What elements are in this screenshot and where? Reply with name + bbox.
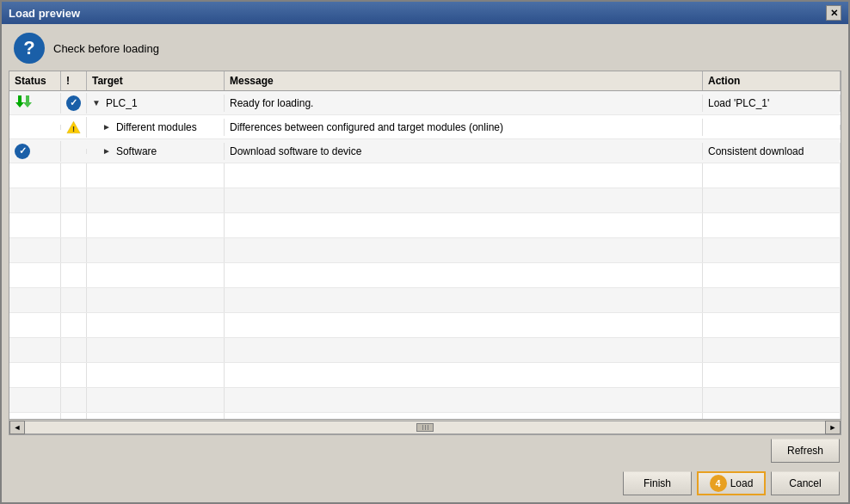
col-action: Action <box>703 71 841 90</box>
empty-row <box>9 313 841 338</box>
svg-text:!: ! <box>72 125 75 133</box>
empty-row <box>9 413 841 419</box>
status-cell-3: ✓ <box>9 141 61 162</box>
action-cell-3: Consistent download <box>703 143 841 160</box>
target-cell-3: ► Software <box>87 143 225 160</box>
table-row: ✓ ► Software Download software to device… <box>9 139 841 163</box>
horizontal-scrollbar[interactable]: ◄ ► <box>9 420 841 435</box>
table-row: ✓ ▼ PLC_1 Ready for loading. Load 'PLC_1… <box>9 91 841 115</box>
expand-arrow-3[interactable]: ► <box>102 146 111 156</box>
flag-cell-1: ✓ <box>61 93 87 114</box>
target-name-2: Different modules <box>116 121 197 133</box>
empty-row <box>9 263 841 288</box>
finish-button[interactable]: Finish <box>623 471 692 495</box>
svg-marker-0 <box>15 95 24 108</box>
action-cell-1: Load 'PLC_1' <box>703 95 841 112</box>
status-cell-1 <box>9 93 61 114</box>
target-name-1: PLC_1 <box>106 97 138 109</box>
flag-cell-3 <box>61 149 87 154</box>
col-flag: ! <box>61 71 87 90</box>
cancel-button[interactable]: Cancel <box>771 471 840 495</box>
table-header: Status ! Target Message Action <box>9 71 841 91</box>
message-cell-2: Differences between configured and targe… <box>225 119 703 136</box>
empty-row <box>9 388 841 413</box>
scroll-track[interactable] <box>25 421 825 434</box>
status-cell-2 <box>9 125 61 130</box>
table-row: ! ► Different modules Differences betwee… <box>9 115 841 139</box>
bottom-bar: Finish 4 Load Cancel <box>2 464 848 502</box>
target-name-3: Software <box>116 145 157 157</box>
scroll-thumb[interactable] <box>416 423 434 432</box>
empty-row <box>9 213 841 238</box>
empty-row <box>9 363 841 388</box>
header-text: Check before loading <box>53 42 159 55</box>
col-status: Status <box>9 71 61 90</box>
empty-row <box>9 288 841 313</box>
download-icon <box>15 95 34 111</box>
warning-icon: ! <box>66 120 81 135</box>
load-button[interactable]: 4 Load <box>697 471 766 495</box>
refresh-area: Refresh <box>2 435 848 464</box>
step-badge: 4 <box>710 475 727 492</box>
scroll-right-button[interactable]: ► <box>825 421 841 434</box>
header-area: ? Check before loading <box>2 24 848 71</box>
expand-arrow-2[interactable]: ► <box>102 122 111 132</box>
col-message: Message <box>225 71 703 90</box>
refresh-button[interactable]: Refresh <box>771 439 840 463</box>
question-icon: ? <box>14 33 45 64</box>
message-cell-3: Download software to device <box>225 143 703 160</box>
target-cell-2: ► Different modules <box>87 119 225 136</box>
empty-row <box>9 188 841 213</box>
table-body: ✓ ▼ PLC_1 Ready for loading. Load 'PLC_1… <box>9 91 841 419</box>
svg-marker-1 <box>23 95 32 108</box>
empty-row <box>9 163 841 188</box>
action-cell-2 <box>703 125 841 130</box>
load-label: Load <box>730 477 754 489</box>
load-preview-dialog: Load preview ✕ ? Check before loading St… <box>0 0 850 504</box>
col-target: Target <box>87 71 225 90</box>
check-icon: ✓ <box>66 95 81 111</box>
expand-arrow-1[interactable]: ▼ <box>92 98 101 108</box>
message-cell-1: Ready for loading. <box>225 95 703 112</box>
close-button[interactable]: ✕ <box>826 5 841 21</box>
empty-row <box>9 338 841 363</box>
target-cell-1: ▼ PLC_1 <box>87 95 225 112</box>
empty-row <box>9 238 841 263</box>
title-bar: Load preview ✕ <box>2 2 848 24</box>
flag-cell-2: ! <box>61 117 87 138</box>
scroll-left-button[interactable]: ◄ <box>9 421 25 434</box>
check-icon-3: ✓ <box>15 144 30 159</box>
main-table: Status ! Target Message Action ✓ <box>9 71 841 420</box>
dialog-title: Load preview <box>9 7 80 20</box>
